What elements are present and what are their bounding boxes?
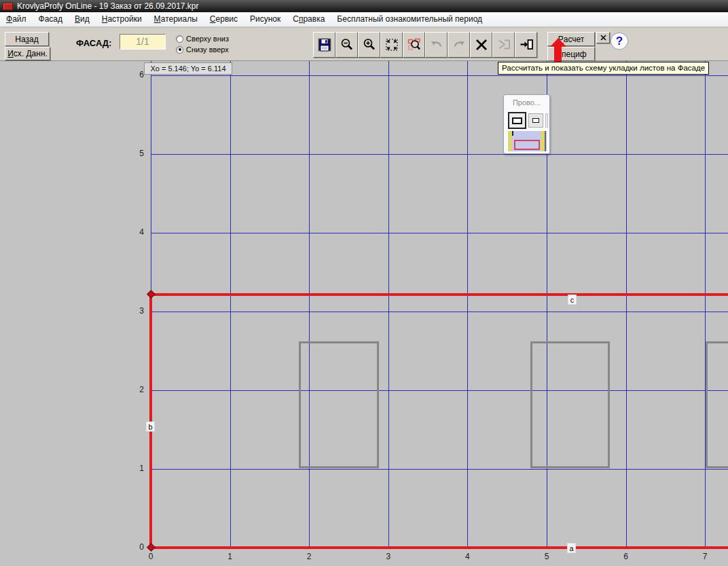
radio-top-down-icon[interactable] <box>176 35 183 43</box>
preview-yellow-strip <box>509 131 511 151</box>
insert-element-icon <box>519 37 534 52</box>
window-opening-2[interactable] <box>530 341 610 468</box>
vertex-handle-bottom-left[interactable] <box>147 543 156 552</box>
redo-icon <box>452 37 467 52</box>
y-axis-tick-4: 4 <box>130 227 144 237</box>
preview-layout-icon <box>407 37 422 52</box>
grid-vline-3 <box>388 61 389 548</box>
polyline-icon <box>496 37 511 52</box>
x-axis-tick-3: 3 <box>381 552 396 561</box>
close-icon <box>600 35 606 41</box>
delete-icon <box>474 37 489 52</box>
window-title: KrovlyaProfy OnLine - 19 Заказ от 26.09.… <box>17 1 199 11</box>
grid-vline-7 <box>705 61 706 548</box>
small-rect-tool-icon <box>532 118 539 123</box>
x-axis-tick-4: 4 <box>460 552 475 561</box>
y-axis-tick-0: 0 <box>130 542 144 552</box>
palette-window[interactable]: Прово... <box>503 94 550 154</box>
grid-hline-1 <box>151 469 728 470</box>
grid-hline-5 <box>151 154 728 155</box>
menu-item-7[interactable]: Рисунок <box>244 12 287 27</box>
dimension-label-a: a <box>567 543 576 553</box>
zoom-out-button[interactable] <box>335 32 358 58</box>
dimension-label-b: b <box>146 421 155 432</box>
cursor-coordinates: Xo = 5.146; Yo = 6.114 <box>144 62 232 75</box>
x-axis-tick-5: 5 <box>539 552 554 561</box>
undo-icon <box>429 37 444 52</box>
grid-hline-2 <box>151 390 728 391</box>
menu-item-1[interactable]: Файл <box>0 12 33 27</box>
drawing-canvas[interactable]: b c a 012345670123456 <box>0 61 728 566</box>
tooltip: Рассчитать и показать схему укладки лист… <box>498 62 709 75</box>
small-rect-tool-button[interactable] <box>528 113 543 128</box>
menu-item-6[interactable]: Сервис <box>204 12 244 27</box>
menu-item-4[interactable]: Настройки <box>96 12 148 27</box>
preview-dark-line <box>545 131 546 151</box>
radio-top-down-label: Сверху вниз <box>186 35 229 43</box>
source-data-button[interactable]: Исх. Данн. <box>5 47 50 60</box>
redo-button <box>448 32 470 58</box>
y-axis-tick-6: 6 <box>130 70 144 79</box>
y-axis-tick-2: 2 <box>130 385 144 394</box>
grid-vline-2 <box>309 61 310 548</box>
rect-tool-button[interactable] <box>508 112 526 129</box>
polyline-button <box>492 32 515 58</box>
delete-button[interactable] <box>470 32 492 58</box>
radio-bottom-up-label: Снизу вверх <box>186 45 229 54</box>
menu-item-3[interactable]: Вид <box>69 12 96 27</box>
help-icon: ? <box>616 35 623 48</box>
y-axis-tick-1: 1 <box>130 464 144 473</box>
radio-top-down[interactable]: Сверху вниз <box>176 35 229 43</box>
menu-bar: ФайлФасадВидНастройкиМатериалыСервисРису… <box>0 12 728 27</box>
menu-item-9[interactable]: Бесплатный ознакомительный период <box>331 12 488 27</box>
app-icon <box>3 3 13 10</box>
undo-button <box>425 32 448 58</box>
facade-outline-bottom[interactable] <box>149 546 728 549</box>
grid-hline-4 <box>151 233 728 233</box>
y-axis-tick-3: 3 <box>130 306 144 316</box>
application-window: { "window": { "title": "KrovlyaProfy OnL… <box>0 0 728 566</box>
facade-outline-top[interactable] <box>149 293 728 296</box>
window-opening-1[interactable] <box>299 341 379 468</box>
facade-label: ФАСАД: <box>76 38 111 48</box>
zoom-in-icon <box>362 37 377 52</box>
vertex-handle-top-left[interactable] <box>147 290 156 299</box>
radio-bottom-up[interactable]: Снизу вверх <box>176 45 229 54</box>
palette-title: Прово... <box>504 98 549 107</box>
preview-yellow-strip <box>541 131 544 151</box>
zoom-in-button[interactable] <box>358 32 380 58</box>
window-opening-3[interactable] <box>706 341 728 468</box>
menu-item-2[interactable]: Фасад <box>33 12 69 27</box>
preview-layout-button[interactable] <box>403 32 425 58</box>
palette-grip[interactable] <box>545 113 548 128</box>
dimension-label-c: c <box>568 295 577 305</box>
insert-element-button[interactable] <box>515 32 537 58</box>
facade-number-field[interactable]: 1/1 <box>120 34 166 50</box>
preview-tick <box>512 131 513 136</box>
zoom-out-icon <box>340 37 354 52</box>
menu-item-5[interactable]: Материалы <box>148 12 204 27</box>
x-axis-tick-2: 2 <box>302 552 316 561</box>
back-button[interactable]: Назад <box>5 32 49 46</box>
grid-vline-6 <box>626 61 627 548</box>
preview-red-rect <box>514 140 540 150</box>
x-axis-tick-1: 1 <box>223 552 238 561</box>
title-bar[interactable]: KrovlyaProfy OnLine - 19 Заказ от 26.09.… <box>0 0 728 12</box>
close-panel-button[interactable] <box>596 32 610 43</box>
x-axis-tick-0: 0 <box>143 552 158 561</box>
x-axis-tick-6: 6 <box>619 552 634 561</box>
rect-tool-icon <box>512 117 522 124</box>
help-button[interactable]: ? <box>611 33 628 50</box>
icon-toolbar <box>313 32 537 58</box>
radio-bottom-up-icon[interactable] <box>176 46 183 54</box>
x-axis-tick-7: 7 <box>697 552 712 561</box>
grid-hline-6 <box>151 75 728 76</box>
menu-item-8[interactable]: Справка <box>287 12 331 27</box>
y-axis-tick-5: 5 <box>130 149 144 158</box>
grid-vline-1 <box>230 61 231 548</box>
save-button[interactable] <box>313 32 335 58</box>
fit-view-icon <box>384 37 399 52</box>
fit-view-button[interactable] <box>380 32 403 58</box>
palette-preview <box>508 131 547 151</box>
grid-hline-3 <box>151 312 728 312</box>
